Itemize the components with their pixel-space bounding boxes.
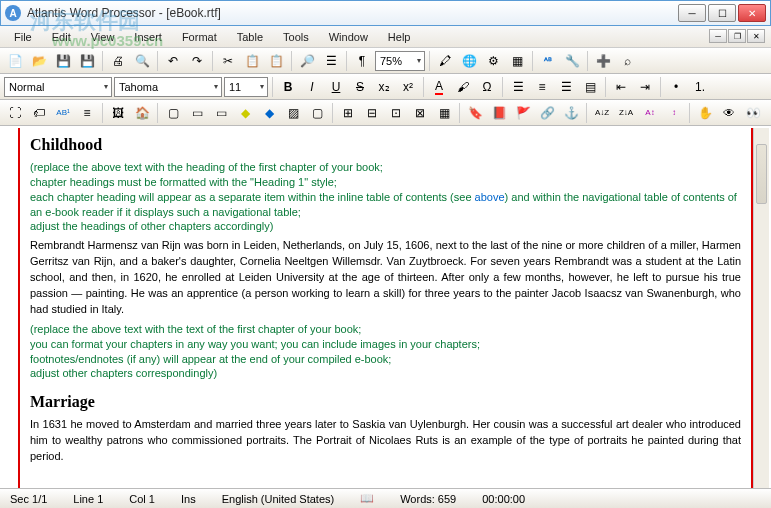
mdi-close-button[interactable]: ✕ xyxy=(747,29,765,43)
cell1-icon[interactable]: ⊞ xyxy=(337,102,359,124)
numbers-icon[interactable]: 1. xyxy=(689,76,711,98)
align-left-icon[interactable]: ☰ xyxy=(507,76,529,98)
char-icon[interactable]: Ω xyxy=(476,76,498,98)
save-icon[interactable]: 💾 xyxy=(52,50,74,72)
strike-button[interactable]: S xyxy=(349,76,371,98)
mdi-minimize-button[interactable]: ─ xyxy=(709,29,727,43)
globe-icon[interactable]: 🌐 xyxy=(458,50,480,72)
vertical-scrollbar[interactable] xyxy=(753,128,769,488)
new-icon[interactable]: 📄 xyxy=(4,50,26,72)
size-combo[interactable]: 11 xyxy=(224,77,268,97)
superscript-button[interactable]: x² xyxy=(397,76,419,98)
paste-icon[interactable]: 📋 xyxy=(265,50,287,72)
status-lang[interactable]: English (United States) xyxy=(218,493,339,505)
abc-icon[interactable]: AB¹ xyxy=(52,102,74,124)
fill-hatch-icon[interactable]: ▨ xyxy=(282,102,304,124)
fill-none-icon[interactable]: ▢ xyxy=(306,102,328,124)
box-icon[interactable]: ▢ xyxy=(162,102,184,124)
menu-window[interactable]: Window xyxy=(319,29,378,45)
image-icon[interactable]: 🖼 xyxy=(107,102,129,124)
sort-za-icon[interactable]: Z↓A xyxy=(615,102,637,124)
paragraph-childhood[interactable]: Rembrandt Harmensz van Rijn was born in … xyxy=(30,238,741,318)
style-combo[interactable]: Normal xyxy=(4,77,112,97)
align-right-icon[interactable]: ☰ xyxy=(555,76,577,98)
status-ins[interactable]: Ins xyxy=(177,493,200,505)
macro-icon[interactable]: ⚙ xyxy=(482,50,504,72)
font-color-icon[interactable]: A xyxy=(428,76,450,98)
zoom-combo[interactable]: 75% xyxy=(375,51,425,71)
align-justify-icon[interactable]: ▤ xyxy=(579,76,601,98)
print-icon[interactable]: 🖨 xyxy=(107,50,129,72)
sort-az-icon[interactable]: A↓Z xyxy=(591,102,613,124)
saveall-icon[interactable]: 💾 xyxy=(76,50,98,72)
goto-icon[interactable]: ↕ xyxy=(663,102,685,124)
menu-edit[interactable]: Edit xyxy=(42,29,81,45)
lines-icon[interactable]: ≡ xyxy=(76,102,98,124)
underline-button[interactable]: U xyxy=(325,76,347,98)
instruction-text[interactable]: (replace the above text with the heading… xyxy=(30,160,741,234)
redo-icon[interactable]: ↷ xyxy=(186,50,208,72)
tools-icon[interactable]: 🔧 xyxy=(561,50,583,72)
book-icon[interactable]: 📕 xyxy=(488,102,510,124)
fill-yellow-icon[interactable]: ◆ xyxy=(234,102,256,124)
indent-inc-icon[interactable]: ⇥ xyxy=(634,76,656,98)
list-icon[interactable]: ☰ xyxy=(320,50,342,72)
bullets-icon[interactable]: • xyxy=(665,76,687,98)
find-icon[interactable]: 🔎 xyxy=(296,50,318,72)
instruction-text[interactable]: (replace the above text with the text of… xyxy=(30,322,741,381)
preview-icon[interactable]: 🔍 xyxy=(131,50,153,72)
link-above[interactable]: above xyxy=(475,191,505,203)
fullscreen-icon[interactable]: ⛶ xyxy=(4,102,26,124)
book-icon[interactable]: 📖 xyxy=(356,492,378,505)
spellcheck-icon[interactable]: ᴬᴮ xyxy=(537,50,559,72)
more1-icon[interactable]: ➕ xyxy=(592,50,614,72)
back-color-icon[interactable]: 🖌 xyxy=(452,76,474,98)
bold-button[interactable]: B xyxy=(277,76,299,98)
pilcrow-icon[interactable]: ¶ xyxy=(351,50,373,72)
more2-icon[interactable]: ⌕ xyxy=(616,50,638,72)
square2-icon[interactable]: ▭ xyxy=(210,102,232,124)
paragraph-marriage[interactable]: In 1631 he moved to Amsterdam and marrie… xyxy=(30,417,741,465)
copy-icon[interactable]: 📋 xyxy=(241,50,263,72)
tag-icon[interactable]: 🏷 xyxy=(28,102,50,124)
cell3-icon[interactable]: ⊡ xyxy=(385,102,407,124)
undo-icon[interactable]: ↶ xyxy=(162,50,184,72)
bookmark-icon[interactable]: 🔖 xyxy=(464,102,486,124)
heading-marriage[interactable]: Marriage xyxy=(30,393,741,411)
cell2-icon[interactable]: ⊟ xyxy=(361,102,383,124)
house-icon[interactable]: 🏠 xyxy=(131,102,153,124)
cut-icon[interactable]: ✂ xyxy=(217,50,239,72)
open-icon[interactable]: 📂 xyxy=(28,50,50,72)
indent-dec-icon[interactable]: ⇤ xyxy=(610,76,632,98)
scrollbar-thumb[interactable] xyxy=(756,144,767,204)
fill-blue-icon[interactable]: ◆ xyxy=(258,102,280,124)
menu-file[interactable]: File xyxy=(4,29,42,45)
flag-icon[interactable]: 🚩 xyxy=(512,102,534,124)
eye2-icon[interactable]: 👀 xyxy=(742,102,764,124)
square1-icon[interactable]: ▭ xyxy=(186,102,208,124)
menu-format[interactable]: Format xyxy=(172,29,227,45)
hand-icon[interactable]: ✋ xyxy=(694,102,716,124)
border-icon[interactable]: ▦ xyxy=(506,50,528,72)
menu-table[interactable]: Table xyxy=(227,29,273,45)
minimize-button[interactable]: ─ xyxy=(678,4,706,22)
eye-icon[interactable]: 👁 xyxy=(718,102,740,124)
menu-view[interactable]: View xyxy=(81,29,125,45)
italic-button[interactable]: I xyxy=(301,76,323,98)
cell4-icon[interactable]: ⊠ xyxy=(409,102,431,124)
anchor-icon[interactable]: ⚓ xyxy=(560,102,582,124)
maximize-button[interactable]: ☐ xyxy=(708,4,736,22)
align-center-icon[interactable]: ≡ xyxy=(531,76,553,98)
table-icon[interactable]: ▦ xyxy=(433,102,455,124)
close-button[interactable]: ✕ xyxy=(738,4,766,22)
subscript-button[interactable]: x₂ xyxy=(373,76,395,98)
menu-tools[interactable]: Tools xyxy=(273,29,319,45)
mdi-restore-button[interactable]: ❐ xyxy=(728,29,746,43)
menu-help[interactable]: Help xyxy=(378,29,421,45)
link-icon[interactable]: 🔗 xyxy=(536,102,558,124)
document-area[interactable]: Childhood (replace the above text with t… xyxy=(18,128,753,488)
style-goto-icon[interactable]: A↕ xyxy=(639,102,661,124)
font-combo[interactable]: Tahoma xyxy=(114,77,222,97)
highlight-icon[interactable]: 🖍 xyxy=(434,50,456,72)
heading-childhood[interactable]: Childhood xyxy=(30,136,741,154)
